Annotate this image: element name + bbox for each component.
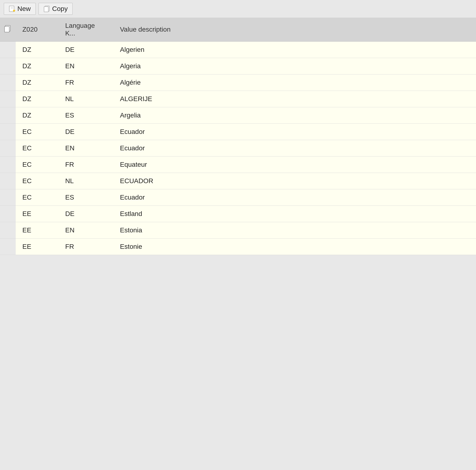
copy-icon [44,5,50,12]
row-z020: EE [16,222,59,239]
col-header-description: Value description [113,17,476,42]
row-description: Ecuador [113,124,476,140]
row-description: Estonia [113,222,476,239]
row-check [0,189,16,206]
row-z020: EC [16,157,59,173]
row-description: ECUADOR [113,173,476,189]
table-row[interactable]: DZDEAlgerien [0,42,476,58]
row-z020: EC [16,140,59,157]
table-row[interactable]: ECDEEcuador [0,124,476,140]
row-z020: EC [16,173,59,189]
row-z020: EC [16,189,59,206]
row-check [0,107,16,124]
new-button-label: New [17,5,31,13]
col-header-language: Language K... [59,17,113,42]
row-language: DE [59,42,113,58]
table-row[interactable]: ECFREquateur [0,157,476,173]
col-header-check [0,17,16,42]
table-row[interactable]: EEDEEstland [0,206,476,222]
copy-button-label: Copy [52,5,68,13]
row-z020: EC [16,124,59,140]
row-language: NL [59,173,113,189]
copy-all-icon[interactable] [4,27,12,34]
table-row[interactable]: DZFRAlgérie [0,74,476,91]
table-row[interactable]: DZENAlgeria [0,58,476,74]
row-language: DE [59,124,113,140]
row-description: Estonie [113,239,476,255]
new-icon [9,5,16,12]
data-table: Z020 Language K... Value description DZD… [0,17,476,255]
row-description: Algerien [113,42,476,58]
table-row[interactable]: ECENEcuador [0,140,476,157]
svg-rect-7 [4,26,9,32]
row-language: EN [59,140,113,157]
row-language: FR [59,239,113,255]
row-language: FR [59,157,113,173]
row-z020: EE [16,206,59,222]
svg-rect-5 [44,7,48,12]
row-check [0,42,16,58]
table-header-row: Z020 Language K... Value description [0,17,476,42]
row-language: ES [59,107,113,124]
data-table-container: Z020 Language K... Value description DZD… [0,17,476,260]
row-z020: DZ [16,42,59,58]
row-description: ALGERIJE [113,91,476,107]
row-check [0,173,16,189]
row-language: EN [59,58,113,74]
row-check [0,157,16,173]
row-language: DE [59,206,113,222]
row-check [0,222,16,239]
table-row[interactable]: EEENEstonia [0,222,476,239]
row-z020: DZ [16,58,59,74]
table-row[interactable]: EEFREstonie [0,239,476,255]
row-check [0,91,16,107]
row-z020: DZ [16,91,59,107]
row-language: NL [59,91,113,107]
row-description: Ecuador [113,189,476,206]
row-check [0,74,16,91]
row-z020: DZ [16,107,59,124]
table-row[interactable]: ECNLECUADOR [0,173,476,189]
table-body: DZDEAlgerienDZENAlgeriaDZFRAlgérieDZNLAL… [0,42,476,255]
table-row[interactable]: DZESArgelia [0,107,476,124]
table-row[interactable]: ECESEcuador [0,189,476,206]
row-language: ES [59,189,113,206]
copy-button[interactable]: Copy [38,3,73,15]
row-language: EN [59,222,113,239]
col-header-z020: Z020 [16,17,59,42]
row-check [0,239,16,255]
table-row[interactable]: DZNLALGERIJE [0,91,476,107]
row-description: Algeria [113,58,476,74]
row-check [0,124,16,140]
row-check [0,206,16,222]
row-z020: EE [16,239,59,255]
row-language: FR [59,74,113,91]
row-description: Argelia [113,107,476,124]
new-button[interactable]: New [4,3,36,15]
row-check [0,140,16,157]
row-description: Algérie [113,74,476,91]
toolbar: New Copy [0,0,476,17]
row-description: Estland [113,206,476,222]
row-z020: DZ [16,74,59,91]
row-description: Ecuador [113,140,476,157]
row-check [0,58,16,74]
row-description: Equateur [113,157,476,173]
